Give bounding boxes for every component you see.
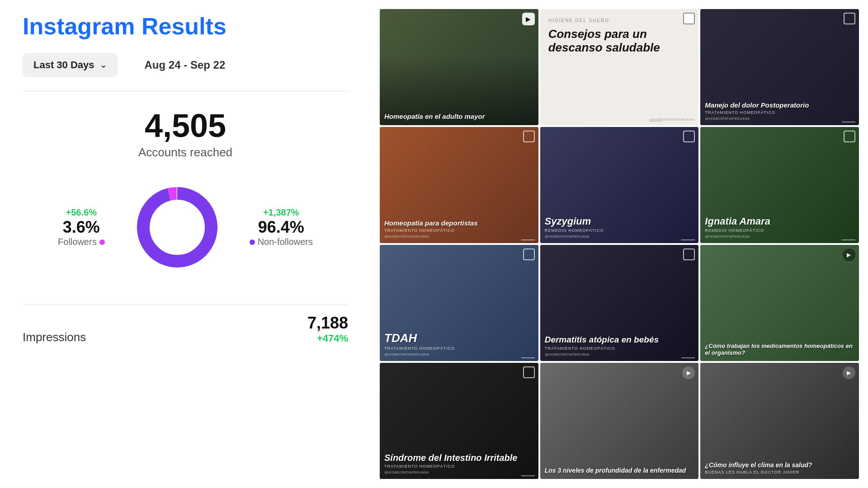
- post-handle: @HOMEOPATIAPERUANA: [705, 235, 854, 239]
- impressions-section: Impressions 7,188 +474%: [23, 304, 348, 344]
- list-item[interactable]: ▶ ¿Cómo trabajan los medicamentos homeop…: [700, 245, 859, 361]
- posts-grid: ▶ Homeopatía en el adulto mayor HIGIENE …: [371, 0, 868, 488]
- post-handle: @HOMEOPATIAPERUANA: [384, 470, 534, 474]
- post-overlay: Homeopatía para deportistas TRATAMIENTO …: [380, 127, 538, 243]
- post-title: Syzygium: [545, 216, 694, 227]
- footer-line: [650, 121, 662, 122]
- svg-point-0: [143, 193, 211, 261]
- post-overlay: Manejo del dolor Postoperatorio TRATAMIE…: [700, 9, 859, 125]
- post-title: Homeopatía para deportistas: [384, 219, 534, 227]
- donut-chart: [132, 182, 222, 272]
- footer-line: [681, 357, 695, 358]
- list-item[interactable]: Ignatia Amara REMEDIO HOMEOPÁTICO @HOMEO…: [700, 127, 859, 243]
- page-title: Instagram Results: [23, 14, 348, 39]
- footer-line: [521, 475, 535, 476]
- non-followers-stat: +1,387% 96.4% Non-followers: [250, 207, 313, 247]
- post-subtitle: REMEDIO HOMEOPÁTICO: [705, 228, 854, 233]
- post-overlay: Los 3 niveles de profundidad de la enfer…: [540, 363, 699, 479]
- post-title: Dermatitis atópica en bebés: [545, 335, 694, 345]
- post-overlay: Syzygium REMEDIO HOMEOPÁTICO @HOMEOPATIA…: [540, 127, 699, 243]
- footer-line: [842, 122, 855, 122]
- date-range-button[interactable]: Last 30 Days ⌄: [23, 53, 118, 77]
- non-followers-dot: [250, 239, 255, 245]
- date-range-display: Aug 24 - Sep 22: [145, 59, 226, 71]
- post-overlay: Síndrome del Intestino Irritable TRATAMI…: [380, 363, 538, 479]
- post-handle: @HOMEOPATIAPERUANA: [384, 352, 534, 357]
- post-handle: @HOMEOPATIAPERUANA: [545, 352, 694, 357]
- list-item[interactable]: TDAH TRATAMIENTO HOMEOPÁTICO @HOMEOPATIA…: [380, 245, 538, 361]
- post-overlay: Ignatia Amara REMEDIO HOMEOPÁTICO @HOMEO…: [700, 127, 859, 243]
- accounts-reached-section: 4,505 Accounts reached: [23, 109, 348, 160]
- donut-section: +56.6% 3.6% Followers +1,387% 96.4% Non-…: [23, 182, 348, 272]
- chevron-down-icon: ⌄: [100, 60, 107, 70]
- followers-dot: [99, 239, 105, 245]
- post-subtitle: TRATAMIENTO HOMEOPÁTICO: [545, 346, 694, 351]
- accounts-reached-label: Accounts reached: [23, 145, 348, 160]
- post-subtitle: TRATAMIENTO HOMEOPÁTICO: [384, 228, 534, 233]
- post-title: Ignatia Amara: [705, 216, 854, 227]
- post-subtitle: REMEDIO HOMEOPÁTICO: [545, 228, 694, 233]
- list-item[interactable]: Manejo del dolor Postoperatorio TRATAMIE…: [700, 9, 859, 125]
- checkbox-icon: [683, 13, 695, 24]
- list-item[interactable]: HIGIENE DEL SUEÑO Consejos para un desca…: [540, 9, 699, 125]
- post-subtitle: TRATAMIENTO HOMEOPÁTICO: [384, 346, 534, 351]
- post-overlay: TDAH TRATAMIENTO HOMEOPÁTICO @HOMEOPATIA…: [380, 245, 538, 361]
- followers-stat: +56.6% 3.6% Followers: [58, 207, 105, 247]
- date-controls: Last 30 Days ⌄ Aug 24 - Sep 22: [23, 53, 348, 77]
- accounts-reached-number: 4,505: [23, 109, 348, 142]
- list-item[interactable]: ▶ ¿Cómo influye el clima en la salud? bu…: [700, 363, 859, 479]
- impressions-change: +474%: [307, 333, 348, 344]
- impressions-label: Impressions: [23, 330, 86, 344]
- post-handle: @HOMEOPATIAPERUANA: [705, 117, 854, 121]
- post-handle: @HOMEOPATIAPERUANA: [384, 235, 534, 239]
- followers-label: Followers: [58, 237, 105, 247]
- post-title: ¿Cómo influye el clima en la salud?: [705, 461, 854, 469]
- non-followers-percentage: 96.4%: [250, 218, 313, 237]
- post-overlay: ¿Cómo trabajan los medicamentos homeopát…: [700, 245, 859, 361]
- footer-line: [521, 357, 535, 358]
- divider: [23, 91, 348, 91]
- post-title: Consejos para un descanso saludable: [548, 28, 691, 55]
- post-overlay: Dermatitis atópica en bebés TRATAMIENTO …: [540, 245, 699, 361]
- post-title: TDAH: [384, 331, 534, 345]
- post-overlay: Homeopatía en el adulto mayor: [380, 9, 538, 125]
- followers-change: +56.6%: [58, 207, 105, 218]
- post-title: ¿Cómo trabajan los medicamentos homeopát…: [705, 343, 854, 357]
- followers-percentage: 3.6%: [58, 218, 105, 237]
- post-title: Homeopatía en el adulto mayor: [384, 113, 534, 121]
- footer-line: [681, 239, 695, 240]
- post-subtitle: TRATAMIENTO HOMEOPÁTICO: [705, 110, 854, 115]
- post-tagline: HIGIENE DEL SUEÑO: [548, 18, 691, 23]
- list-item[interactable]: Dermatitis atópica en bebés TRATAMIENTO …: [540, 245, 699, 361]
- list-item[interactable]: Syzygium REMEDIO HOMEOPÁTICO @HOMEOPATIA…: [540, 127, 699, 243]
- post-subtitle: buenas les habla el doctor Javier: [705, 470, 854, 474]
- list-item[interactable]: Homeopatía para deportistas TRATAMIENTO …: [380, 127, 538, 243]
- post-title: Los 3 niveles de profundidad de la enfer…: [545, 467, 694, 474]
- impressions-values: 7,188 +474%: [307, 314, 348, 344]
- list-item[interactable]: Síndrome del Intestino Irritable TRATAMI…: [380, 363, 538, 479]
- footer-line: [842, 239, 855, 240]
- non-followers-change: +1,387%: [250, 207, 313, 218]
- non-followers-label: Non-followers: [250, 237, 313, 247]
- post-overlay: ¿Cómo influye el clima en la salud? buen…: [700, 363, 859, 479]
- list-item[interactable]: ▶ Homeopatía en el adulto mayor: [380, 9, 538, 125]
- post-subtitle: TRATAMIENTO HOMEOPÁTICO: [384, 464, 534, 469]
- left-panel: Instagram Results Last 30 Days ⌄ Aug 24 …: [0, 0, 371, 488]
- post-handle: @HOMEOPATIAPERUANA: [545, 235, 694, 239]
- post-title: Manejo del dolor Postoperatorio: [705, 101, 854, 109]
- post-title: Síndrome del Intestino Irritable: [384, 452, 534, 463]
- date-range-label: Last 30 Days: [33, 59, 94, 71]
- list-item[interactable]: ▶ Los 3 niveles de profundidad de la enf…: [540, 363, 699, 479]
- footer-line: [521, 239, 535, 240]
- impressions-number: 7,188: [307, 314, 348, 333]
